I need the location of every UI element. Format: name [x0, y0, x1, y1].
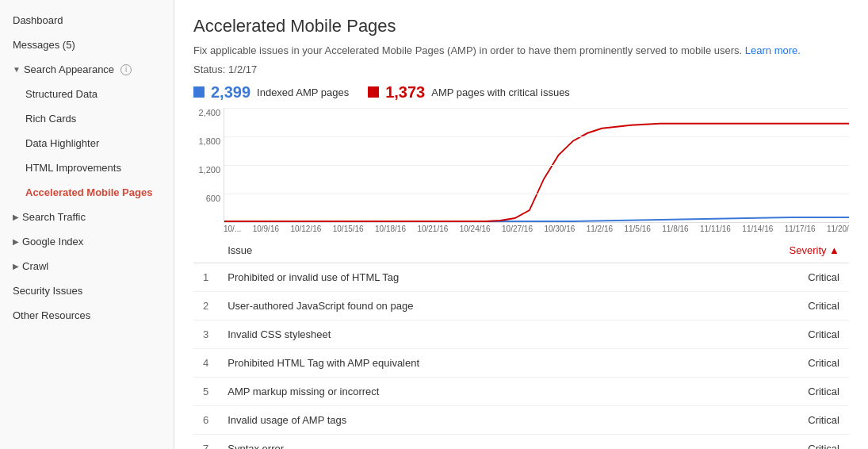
y-label-600: 600	[206, 194, 220, 203]
chart-area	[224, 108, 849, 223]
row-issue: Syntax error	[218, 434, 693, 449]
x-label-8: 10/30/16	[544, 224, 575, 233]
x-label-5: 10/21/16	[417, 224, 448, 233]
y-axis: 2,400 1,800 1,200 600	[193, 108, 224, 223]
x-label-11: 11/8/16	[662, 224, 688, 233]
row-num: 2	[193, 291, 218, 320]
grid-line-top	[224, 108, 849, 109]
indexed-legend-item: 2,399 Indexed AMP pages	[193, 83, 349, 102]
learn-more-link[interactable]: Learn more.	[745, 44, 801, 56]
status-date: Status: 1/2/17	[193, 63, 849, 75]
chart-legend: 2,399 Indexed AMP pages 1,373 AMP pages …	[193, 83, 849, 102]
table-row[interactable]: 4 Prohibited HTML Tag with AMP equivalen…	[193, 348, 849, 377]
row-severity: Critical	[693, 377, 849, 405]
sidebar-item-messages[interactable]: Messages (5)	[0, 33, 174, 57]
x-axis-row: 10/... 10/9/16 10/12/16 10/15/16 10/18/1…	[193, 224, 849, 233]
x-label-9: 11/2/16	[587, 224, 613, 233]
x-axis-spacer	[193, 224, 224, 233]
collapsed-arrow-icon-2: ▶	[13, 237, 19, 246]
sidebar-item-amp[interactable]: Accelerated Mobile Pages	[0, 180, 174, 205]
x-label-3: 10/15/16	[333, 224, 364, 233]
main-content: Accelerated Mobile Pages Fix applicable …	[174, 0, 868, 449]
sidebar-item-security-issues[interactable]: Security Issues	[0, 278, 174, 303]
col-issue-header: Issue	[218, 238, 693, 263]
x-label-7: 10/27/16	[502, 224, 533, 233]
sidebar-item-data-highlighter[interactable]: Data Highlighter	[0, 131, 174, 155]
row-issue: Prohibited HTML Tag with AMP equivalent	[218, 348, 693, 377]
sidebar-item-crawl[interactable]: ▶ Crawl	[0, 254, 174, 278]
table-row[interactable]: 5 AMP markup missing or incorrect Critic…	[193, 377, 849, 405]
expand-arrow-icon: ▼	[13, 65, 21, 74]
indexed-count: 2,399	[211, 83, 250, 102]
collapsed-arrow-icon: ▶	[13, 213, 19, 221]
critical-legend-item: 1,373 AMP pages with critical issues	[368, 83, 570, 102]
row-issue: User-authored JavaScript found on page	[218, 291, 693, 320]
sidebar-item-other-resources[interactable]: Other Resources	[0, 303, 174, 328]
sidebar-item-search-traffic[interactable]: ▶ Search Traffic	[0, 205, 174, 229]
row-severity: Critical	[693, 263, 849, 291]
y-label-2400: 2,400	[198, 108, 220, 117]
row-severity: Critical	[693, 405, 849, 434]
grid-line-1800	[224, 136, 849, 137]
table-row[interactable]: 3 Invalid CSS stylesheet Critical	[193, 320, 849, 348]
chart-wrapper: 2,400 1,800 1,200 600	[193, 108, 849, 223]
sidebar-item-dashboard[interactable]: Dashboard	[0, 8, 174, 33]
grid-line-1200	[224, 165, 849, 166]
row-severity: Critical	[693, 348, 849, 377]
sidebar-item-google-index[interactable]: ▶ Google Index	[0, 229, 174, 254]
row-num: 4	[193, 348, 218, 377]
x-label-14: 11/17/16	[785, 224, 816, 233]
table-row[interactable]: 6 Invalid usage of AMP tags Critical	[193, 405, 849, 434]
issues-table: Issue Severity ▲ 1 Prohibited or invalid…	[193, 238, 849, 450]
x-label-4: 10/18/16	[375, 224, 406, 233]
collapsed-arrow-icon-3: ▶	[13, 262, 19, 271]
row-severity: Critical	[693, 434, 849, 449]
row-num: 7	[193, 434, 218, 449]
row-num: 6	[193, 405, 218, 434]
row-issue: Prohibited or invalid use of HTML Tag	[218, 263, 693, 291]
info-icon[interactable]: i	[120, 64, 132, 75]
row-severity: Critical	[693, 291, 849, 320]
table-row[interactable]: 2 User-authored JavaScript found on page…	[193, 291, 849, 320]
critical-count: 1,373	[385, 83, 425, 102]
sidebar-item-html-improvements[interactable]: HTML Improvements	[0, 155, 174, 180]
row-issue: Invalid usage of AMP tags	[218, 405, 693, 434]
sidebar: Dashboard Messages (5) ▼ Search Appearan…	[0, 0, 174, 449]
table-row[interactable]: 7 Syntax error Critical	[193, 434, 849, 449]
row-num: 1	[193, 263, 218, 291]
sidebar-item-rich-cards[interactable]: Rich Cards	[0, 106, 174, 131]
x-label-1: 10/9/16	[253, 224, 279, 233]
indexed-legend-box	[193, 86, 205, 98]
y-label-1200: 1,200	[198, 165, 220, 175]
x-label-0: 10/...	[224, 224, 241, 233]
row-issue: AMP markup missing or incorrect	[218, 377, 693, 405]
x-axis-labels: 10/... 10/9/16 10/12/16 10/15/16 10/18/1…	[224, 224, 849, 233]
x-label-13: 11/14/16	[742, 224, 773, 233]
y-label-1800: 1,800	[198, 136, 220, 146]
row-severity: Critical	[693, 320, 849, 348]
col-severity-header[interactable]: Severity ▲	[693, 238, 849, 263]
page-title: Accelerated Mobile Pages	[193, 16, 849, 36]
critical-line	[224, 123, 849, 221]
row-issue: Invalid CSS stylesheet	[218, 320, 693, 348]
row-num: 3	[193, 320, 218, 348]
x-label-12: 11/11/16	[700, 224, 731, 233]
grid-line-600	[224, 194, 849, 194]
critical-label: AMP pages with critical issues	[431, 86, 570, 98]
x-label-2: 10/12/16	[290, 224, 321, 233]
page-description: Fix applicable issues in your Accelerate…	[193, 43, 849, 59]
x-label-6: 10/24/16	[460, 224, 491, 233]
indexed-label: Indexed AMP pages	[257, 86, 349, 98]
critical-legend-box	[368, 86, 379, 98]
x-label-15: 11/20/	[827, 224, 849, 233]
row-num: 5	[193, 377, 218, 405]
x-label-10: 11/5/16	[624, 224, 650, 233]
table-row[interactable]: 1 Prohibited or invalid use of HTML Tag …	[193, 263, 849, 291]
col-num-header	[193, 238, 218, 263]
sidebar-item-structured-data[interactable]: Structured Data	[0, 82, 174, 106]
sidebar-item-search-appearance[interactable]: ▼ Search Appearance i	[0, 57, 174, 82]
